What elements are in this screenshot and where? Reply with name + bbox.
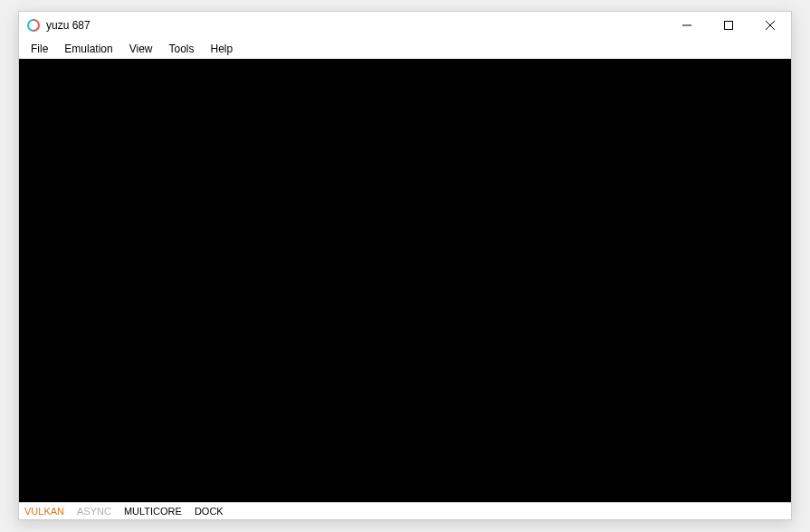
menu-help[interactable]: Help — [203, 41, 242, 57]
statusbar: VULKAN ASYNC MULTICORE DOCK — [19, 502, 791, 519]
app-window: yuzu 687 File Emulation View Tools Help … — [18, 11, 792, 520]
status-multicore[interactable]: MULTICORE — [124, 507, 182, 517]
menu-tools[interactable]: Tools — [161, 41, 203, 57]
status-async[interactable]: ASYNC — [77, 507, 111, 517]
menu-emulation[interactable]: Emulation — [56, 41, 120, 57]
minimize-button[interactable] — [666, 12, 708, 39]
status-vulkan[interactable]: VULKAN — [24, 507, 64, 517]
menu-file[interactable]: File — [23, 41, 56, 57]
status-dock[interactable]: DOCK — [195, 507, 224, 517]
window-controls — [666, 12, 791, 39]
app-icon — [26, 18, 41, 33]
window-title: yuzu 687 — [46, 19, 91, 32]
titlebar: yuzu 687 — [19, 12, 791, 39]
maximize-button[interactable] — [708, 12, 749, 39]
menubar: File Emulation View Tools Help — [19, 39, 791, 59]
render-viewport — [19, 59, 791, 502]
svg-rect-1 — [725, 22, 733, 30]
menu-view[interactable]: View — [121, 41, 161, 57]
close-button[interactable] — [749, 12, 791, 39]
